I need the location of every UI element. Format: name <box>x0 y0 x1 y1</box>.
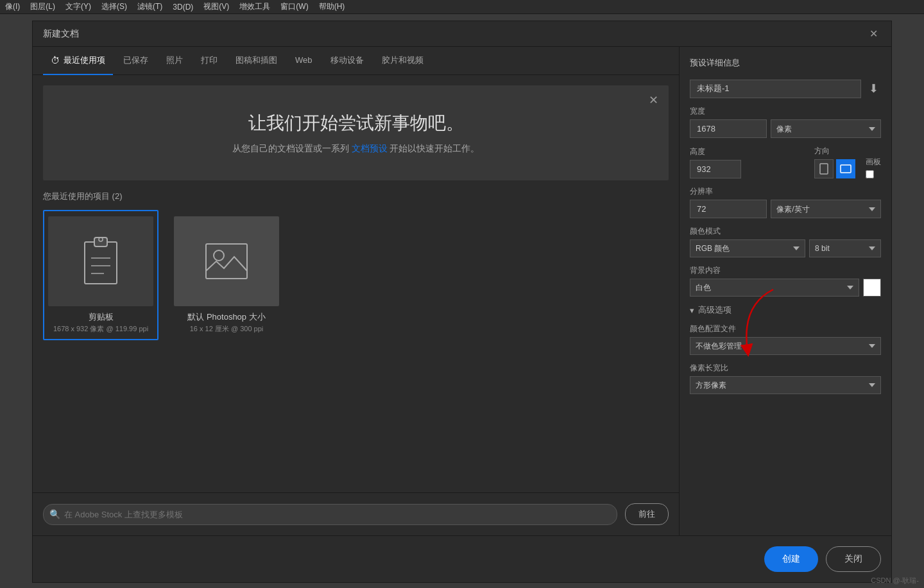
pixel-ratio-label: 像素长宽比 <box>690 363 881 374</box>
background-color-swatch[interactable] <box>863 279 881 297</box>
dialog-title-close-button[interactable]: ✕ <box>866 26 881 42</box>
tab-web[interactable]: Web <box>287 47 320 75</box>
resolution-field: 分辨率 像素/英寸 像素/厘米 <box>690 186 881 218</box>
width-unit-select[interactable]: 像素 英寸 厘米 毫米 <box>771 119 881 138</box>
tab-recent-label: 最近使用项 <box>64 55 105 66</box>
new-document-dialog: 新建文档 ✕ ⏱ 最近使用项 已保存 照片 <box>32 21 892 583</box>
landscape-orientation-button[interactable] <box>836 159 855 178</box>
canvas-label: 画板 <box>866 157 881 168</box>
recent-item-default-name: 默认 Photoshop 大小 <box>187 311 265 323</box>
svg-rect-6 <box>206 244 247 279</box>
recent-items-list: 剪贴板 1678 x 932 像素 @ 119.99 ppi <box>43 210 669 340</box>
menu-shitu[interactable]: 视图(V) <box>203 1 229 12</box>
dialog-body: ⏱ 最近使用项 已保存 照片 打印 图稿和插图 <box>33 47 891 535</box>
color-mode-input-group: RGB 颜色 CMYK 颜色 灰度 8 bit 16 bit 32 bit <box>690 239 881 257</box>
tabs-bar: ⏱ 最近使用项 已保存 照片 打印 图稿和插图 <box>33 47 679 75</box>
tab-print[interactable]: 打印 <box>193 47 225 75</box>
tab-mobile[interactable]: 移动设备 <box>323 47 372 75</box>
close-button[interactable]: 关闭 <box>826 546 881 572</box>
menu-3d[interactable]: 3D(D) <box>173 3 193 12</box>
tab-saved[interactable]: 已保存 <box>116 47 156 75</box>
svg-rect-0 <box>85 242 117 284</box>
canvas-checkbox-row <box>866 170 881 178</box>
save-preset-button[interactable]: ⬇ <box>866 79 881 98</box>
clock-icon: ⏱ <box>51 55 60 65</box>
dialog-titlebar: 新建文档 ✕ <box>33 21 891 47</box>
tab-illustration-label: 图稿和插图 <box>235 55 277 66</box>
clipboard-thumbnail <box>48 216 153 306</box>
resolution-input-group: 像素/英寸 像素/厘米 <box>690 200 881 218</box>
dialog-overlay: 新建文档 ✕ ⏱ 最近使用项 已保存 照片 <box>0 14 924 588</box>
tab-mobile-label: 移动设备 <box>330 55 364 66</box>
tab-saved-label: 已保存 <box>123 55 148 66</box>
search-go-button[interactable]: 前往 <box>625 503 669 525</box>
height-label: 高度 <box>690 146 804 157</box>
recent-item-clipboard-name: 剪贴板 <box>89 311 114 323</box>
menu-xiang[interactable]: 像(I) <box>5 1 20 12</box>
color-mode-label: 颜色模式 <box>690 226 881 237</box>
tab-photo[interactable]: 照片 <box>158 47 191 75</box>
chevron-down-icon: ▾ <box>690 306 694 315</box>
right-panel: 预设详细信息 ⬇ 宽度 像素 英寸 厘米 毫米 <box>680 47 891 535</box>
tab-film-label: 胶片和视频 <box>382 55 424 66</box>
watermark: CSDN @-耿瑞- <box>871 576 919 585</box>
create-button[interactable]: 创建 <box>764 546 818 572</box>
resolution-label: 分辨率 <box>690 186 881 197</box>
svg-rect-8 <box>820 164 828 174</box>
canvas-checkbox[interactable] <box>866 170 874 178</box>
tab-print-label: 打印 <box>201 55 218 66</box>
width-field: 宽度 像素 英寸 厘米 毫米 <box>690 106 881 138</box>
height-row: 高度 方向 <box>690 146 881 178</box>
color-mode-select[interactable]: RGB 颜色 CMYK 颜色 灰度 <box>690 239 805 257</box>
color-bit-select[interactable]: 8 bit 16 bit 32 bit <box>809 239 881 257</box>
recent-label: 您最近使用的项目 (2) <box>43 191 669 202</box>
direction-label: 方向 <box>814 146 855 157</box>
advanced-options-toggle[interactable]: ▾ 高级选项 <box>690 304 881 316</box>
menu-xuanze[interactable]: 选择(S) <box>101 1 127 12</box>
recent-section: 您最近使用的项目 (2) <box>33 191 679 492</box>
color-profile-label: 颜色配置文件 <box>690 324 881 334</box>
recent-item-clipboard[interactable]: 剪贴板 1678 x 932 像素 @ 119.99 ppi <box>43 210 158 340</box>
background-field: 背景内容 白色 黑色 透明 背景色 <box>690 265 881 297</box>
search-input[interactable] <box>43 504 617 525</box>
menu-zengxiao[interactable]: 增效工具 <box>239 1 270 12</box>
background-label: 背景内容 <box>690 265 881 276</box>
height-input[interactable] <box>690 160 741 178</box>
color-profile-select[interactable]: 不做色彩管理 <box>690 337 881 355</box>
menu-wenzi[interactable]: 文字(Y) <box>65 1 91 12</box>
svg-rect-9 <box>841 165 851 173</box>
background-input-group: 白色 黑色 透明 背景色 <box>690 279 881 297</box>
hero-close-button[interactable]: ✕ <box>649 93 658 107</box>
menu-chuangkou[interactable]: 窗口(W) <box>280 1 308 12</box>
tab-film[interactable]: 胶片和视频 <box>374 47 431 75</box>
search-icon: 🔍 <box>49 509 60 519</box>
menubar: 像(I) 图层(L) 文字(Y) 选择(S) 滤镜(T) 3D(D) 视图(V)… <box>0 0 924 14</box>
tab-photo-label: 照片 <box>166 55 183 66</box>
preset-name-input[interactable] <box>690 80 861 98</box>
dialog-title: 新建文档 <box>43 28 866 40</box>
default-thumbnail <box>174 216 279 306</box>
menu-bangzhu[interactable]: 帮助(H) <box>319 1 345 12</box>
tab-web-label: Web <box>295 55 312 65</box>
resolution-input[interactable] <box>690 200 767 218</box>
background-select[interactable]: 白色 黑色 透明 背景色 <box>690 279 859 297</box>
menu-tuceng[interactable]: 图层(L) <box>30 1 55 12</box>
search-input-wrapper: 🔍 <box>43 504 617 525</box>
recent-item-default[interactable]: 默认 Photoshop 大小 16 x 12 厘米 @ 300 ppi <box>169 210 284 340</box>
hero-subtitle-link[interactable]: 文档预设 <box>352 143 388 153</box>
width-input[interactable] <box>690 119 767 138</box>
hero-subtitle: 从您自己的文档设置或一系列 文档预设 开始以快速开始工作。 <box>81 143 630 155</box>
recent-item-default-info: 16 x 12 厘米 @ 300 ppi <box>190 324 264 334</box>
preset-name-row: ⬇ <box>690 79 881 98</box>
svg-point-7 <box>214 250 224 261</box>
portrait-orientation-button[interactable] <box>814 159 834 178</box>
search-bar: 🔍 前往 <box>33 492 679 535</box>
svg-rect-1 <box>94 238 107 246</box>
tab-illustration[interactable]: 图稿和插图 <box>228 47 285 75</box>
menu-lüjing[interactable]: 滤镜(T) <box>137 1 162 12</box>
hero-title: 让我们开始尝试新事物吧。 <box>81 111 630 135</box>
resolution-unit-select[interactable]: 像素/英寸 像素/厘米 <box>771 200 881 218</box>
hero-banner: ✕ 让我们开始尝试新事物吧。 从您自己的文档设置或一系列 文档预设 开始以快速开… <box>43 85 669 180</box>
pixel-ratio-select[interactable]: 方形像素 <box>690 376 881 394</box>
tab-recent[interactable]: ⏱ 最近使用项 <box>43 47 113 75</box>
